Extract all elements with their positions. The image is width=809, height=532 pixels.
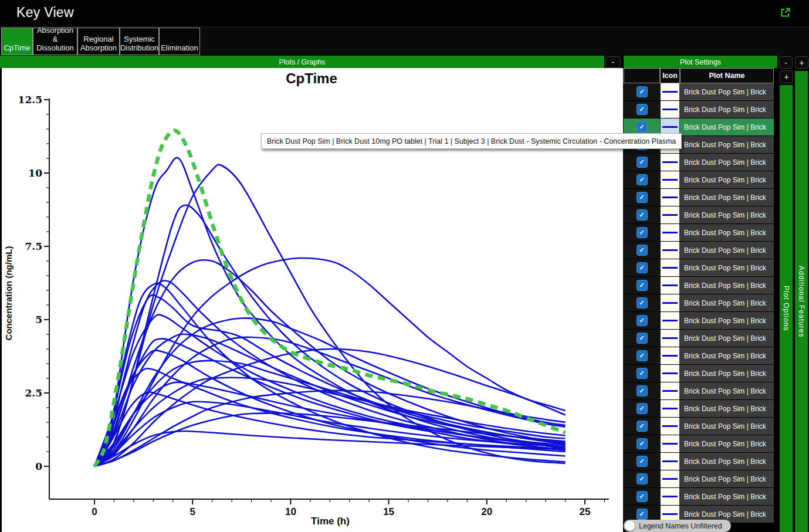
tab-regional-absorption[interactable]: Regional Absorption — [77, 28, 120, 55]
plot-settings-collapse-button[interactable]: - — [779, 56, 793, 69]
plot-visible-checkbox[interactable]: ✓ — [637, 104, 648, 115]
plot-visible-checkbox[interactable]: ✓ — [637, 121, 648, 133]
plot-name-cell[interactable]: Brick Dust Pop Sim | Brick — [680, 312, 774, 329]
plot-settings-row[interactable]: ✓Brick Dust Pop Sim | Brick — [624, 382, 774, 399]
plot-settings-row[interactable]: ✓Brick Dust Pop Sim | Brick — [624, 242, 774, 259]
plot-visible-checkbox[interactable]: ✓ — [637, 421, 648, 432]
plot-line-icon-cell — [660, 171, 680, 188]
plot-line-icon-cell — [660, 435, 680, 452]
plot-settings-row[interactable]: ✓Brick Dust Pop Sim | Brick — [624, 101, 774, 118]
plot-visible-checkbox[interactable]: ✓ — [637, 192, 648, 203]
plot-settings-row[interactable]: ✓Brick Dust Pop Sim | Brick — [624, 470, 774, 487]
plot-visible-checkbox[interactable]: ✓ — [637, 315, 648, 326]
plot-visible-checkbox[interactable]: ✓ — [637, 491, 648, 502]
plot-name-cell[interactable]: Brick Dust Pop Sim | Brick — [680, 242, 774, 259]
visibility-cell: ✓ — [624, 435, 660, 452]
open-external-icon[interactable] — [780, 6, 791, 18]
line-swatch-icon — [662, 372, 678, 374]
plot-settings-row[interactable]: ✓Brick Dust Pop Sim | Brick — [624, 453, 774, 470]
tab-systemic-distribution[interactable]: Systemic Distribution — [120, 28, 159, 55]
plot-name-cell[interactable]: Brick Dust Pop Sim | Brick — [680, 347, 774, 364]
plot-visible-checkbox[interactable]: ✓ — [637, 438, 648, 449]
plot-tooltip-text: Brick Dust Pop Sim | Brick Dust 10mg PO … — [267, 137, 676, 145]
plot-visible-checkbox[interactable]: ✓ — [637, 333, 648, 344]
plot-name-cell[interactable]: Brick Dust Pop Sim | Brick — [680, 365, 774, 382]
plot-visible-checkbox[interactable]: ✓ — [637, 262, 648, 273]
plot-name-cell[interactable]: Brick Dust Pop Sim | Brick — [680, 488, 774, 505]
plot-visible-checkbox[interactable]: ✓ — [637, 209, 648, 221]
plot-name-cell[interactable]: Brick Dust Pop Sim | Brick — [680, 118, 774, 135]
plot-settings-row[interactable]: ✓Brick Dust Pop Sim | Brick — [624, 312, 774, 329]
plot-visible-checkbox[interactable]: ✓ — [637, 509, 648, 520]
plot-settings-row[interactable]: ✓Brick Dust Pop Sim | Brick — [624, 435, 774, 452]
plot-visible-checkbox[interactable]: ✓ — [637, 86, 648, 97]
plot-visible-checkbox[interactable]: ✓ — [637, 227, 648, 238]
plot-settings-row[interactable]: ✓Brick Dust Pop Sim | Brick — [624, 206, 774, 223]
plot-settings-row[interactable]: ✓Brick Dust Pop Sim | Brick — [624, 418, 774, 435]
line-swatch-icon — [662, 196, 678, 198]
plot-options-expand-button[interactable]: + — [780, 70, 793, 83]
plot-name-cell[interactable]: Brick Dust Pop Sim | Brick — [680, 453, 774, 470]
plot-name-cell[interactable]: Brick Dust Pop Sim | Brick — [680, 83, 774, 100]
tab-elimination[interactable]: Elimination — [159, 28, 200, 55]
plot-name-cell[interactable]: Brick Dust Pop Sim | Brick — [680, 171, 774, 188]
plot-name-cell[interactable]: Brick Dust Pop Sim | Brick — [680, 418, 774, 435]
plot-visible-checkbox[interactable]: ✓ — [637, 456, 648, 467]
legend-names-toggle[interactable]: Legend Names Unfiltered — [624, 520, 731, 532]
plot-settings-row[interactable]: ✓Brick Dust Pop Sim | Brick — [624, 189, 774, 206]
plot-settings-row[interactable]: ✓Brick Dust Pop Sim | Brick — [624, 294, 774, 311]
plot-name-cell[interactable]: Brick Dust Pop Sim | Brick — [680, 224, 774, 241]
plot-name-cell[interactable]: Brick Dust Pop Sim | Brick — [680, 206, 774, 223]
tab-cptime[interactable]: CpTime — [1, 28, 33, 55]
plot-visible-checkbox[interactable]: ✓ — [637, 245, 648, 256]
plot-visible-checkbox[interactable]: ✓ — [637, 157, 648, 168]
x-tick-label: 5 — [189, 506, 195, 517]
plot-settings-row[interactable]: ✓Brick Dust Pop Sim | Brick — [624, 330, 774, 347]
plot-line-icon-cell — [660, 101, 680, 118]
plot-settings-row[interactable]: ✓Brick Dust Pop Sim | Brick — [624, 259, 774, 276]
plots-graphs-collapse-button[interactable]: - — [605, 56, 621, 68]
plot-settings-row[interactable]: ✓Brick Dust Pop Sim | Brick — [624, 154, 774, 171]
plot-name-cell[interactable]: Brick Dust Pop Sim | Brick — [680, 136, 774, 153]
plot-visible-checkbox[interactable]: ✓ — [637, 297, 648, 309]
plot-visible-checkbox[interactable]: ✓ — [637, 174, 648, 185]
plot-visible-checkbox[interactable]: ✓ — [637, 350, 648, 361]
plot-settings-row[interactable]: ✓Brick Dust Pop Sim | Brick — [624, 347, 774, 364]
plot-line-icon-cell — [660, 382, 680, 399]
plot-name-cell[interactable]: Brick Dust Pop Sim | Brick — [680, 330, 774, 347]
plot-settings-row[interactable]: ✓Brick Dust Pop Sim | Brick — [624, 224, 774, 241]
plot-name-cell[interactable]: Brick Dust Pop Sim | Brick — [680, 294, 774, 311]
plot-visible-checkbox[interactable]: ✓ — [637, 403, 648, 414]
plot-settings-row[interactable]: ✓Brick Dust Pop Sim | Brick — [624, 488, 774, 505]
tab-elimination-label: Elimination — [161, 43, 198, 52]
plot-name-cell[interactable]: Brick Dust Pop Sim | Brick — [680, 259, 774, 276]
additional-features-strip[interactable]: Additional Features — [795, 71, 808, 532]
plot-settings-row[interactable]: ✓Brick Dust Pop Sim | Brick — [624, 277, 774, 294]
plot-settings-rows: ✓Brick Dust Pop Sim | Brick✓Brick Dust P… — [624, 83, 774, 523]
plot-name-cell[interactable]: Brick Dust Pop Sim | Brick — [680, 189, 774, 206]
plot-name-cell[interactable]: Brick Dust Pop Sim | Brick — [680, 382, 774, 399]
plot-settings-row[interactable]: ✓Brick Dust Pop Sim | Brick — [624, 83, 774, 100]
plot-name-cell[interactable]: Brick Dust Pop Sim | Brick — [680, 277, 774, 294]
plot-settings-row[interactable]: ✓Brick Dust Pop Sim | Brick — [624, 171, 774, 188]
plot-name-cell[interactable]: Brick Dust Pop Sim | Brick — [680, 435, 774, 452]
plot-settings-row[interactable]: ✓Brick Dust Pop Sim | Brick — [624, 365, 774, 382]
line-swatch-icon — [662, 249, 678, 251]
plot-settings-row[interactable]: ✓Brick Dust Pop Sim | Brick — [624, 400, 774, 417]
x-tick-label: 25 — [580, 506, 591, 517]
plot-name-cell[interactable]: Brick Dust Pop Sim | Brick — [680, 101, 774, 118]
tab-absorption-dissolution[interactable]: Absorption & Dissolution — [33, 28, 77, 55]
plot-visible-checkbox[interactable]: ✓ — [637, 280, 648, 291]
plot-options-strip[interactable]: Plot Options — [780, 85, 793, 532]
plot-name-cell[interactable]: Brick Dust Pop Sim | Brick — [680, 154, 774, 171]
plot-visible-checkbox[interactable]: ✓ — [637, 385, 648, 397]
toggle-knob-icon — [625, 521, 635, 531]
plot-visible-checkbox[interactable]: ✓ — [637, 368, 648, 379]
plot-line-icon-cell — [660, 347, 680, 364]
line-swatch-icon — [662, 496, 678, 497]
additional-features-expand-button[interactable]: + — [795, 56, 808, 69]
plot-visible-checkbox[interactable]: ✓ — [637, 473, 648, 484]
plot-name-cell[interactable]: Brick Dust Pop Sim | Brick — [680, 400, 774, 417]
visibility-cell: ✓ — [624, 365, 660, 382]
plot-name-cell[interactable]: Brick Dust Pop Sim | Brick — [680, 470, 774, 487]
